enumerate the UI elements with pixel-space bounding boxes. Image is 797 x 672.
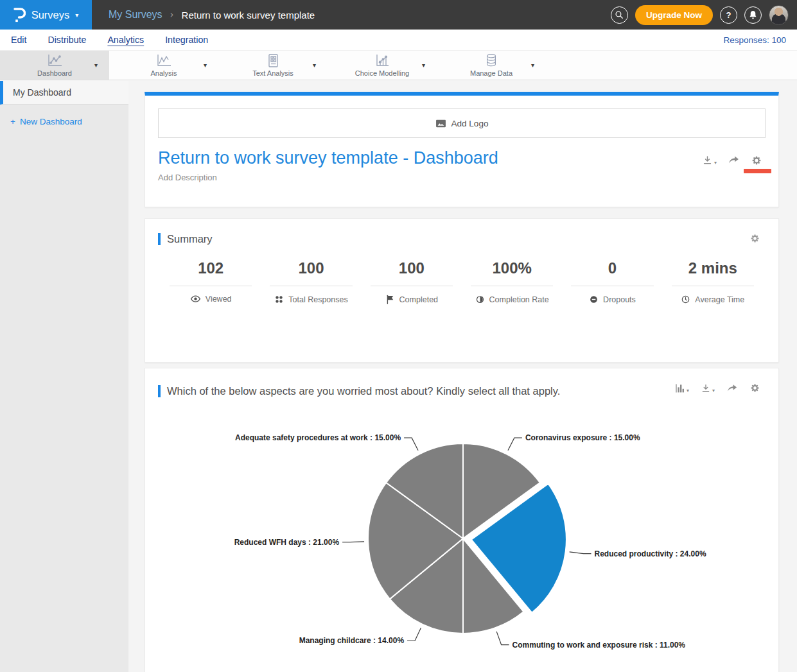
gear-icon: [749, 383, 760, 393]
tab-edit[interactable]: Edit: [11, 35, 26, 45]
share-icon: [726, 383, 738, 393]
minus-circle-icon: [589, 295, 599, 304]
download-chart-button[interactable]: ▾: [701, 383, 715, 393]
metric-value: 100: [362, 259, 462, 286]
notifications-button[interactable]: [744, 6, 762, 24]
tab-integration[interactable]: Integration: [165, 35, 208, 45]
toolbar-item-label: Manage Data: [470, 69, 512, 77]
chevron-down-icon[interactable]: ▾: [422, 62, 425, 69]
metric-average-time: 2 mins Average Time: [663, 259, 763, 304]
gear-icon: [751, 155, 762, 166]
metric-dropouts: 0 Dropouts: [562, 259, 662, 304]
summary-settings-button[interactable]: [749, 233, 760, 244]
metric-divider: [270, 286, 352, 286]
metric-viewed: 102 Viewed: [161, 259, 261, 304]
pie-callout-line: [508, 438, 522, 451]
chart-settings-button[interactable]: [749, 383, 760, 393]
chevron-down-icon: ▾: [714, 160, 717, 166]
breadcrumb-my-surveys[interactable]: My Surveys: [109, 9, 162, 21]
question-card-actions: ▾ ▾: [675, 383, 760, 393]
add-description-button[interactable]: Add Description: [158, 173, 766, 182]
database-icon: [484, 53, 498, 67]
toolbar-item-label: Dashboard: [37, 69, 72, 77]
metric-label: Completion Rate: [489, 295, 549, 304]
summary-actions: [749, 233, 760, 244]
bell-icon: [749, 10, 757, 19]
toolbar-item-text-analysis[interactable]: Text Analysis ▾: [218, 51, 328, 80]
product-menu[interactable]: Surveys ▾: [0, 0, 92, 30]
toolbar-item-label: Text Analysis: [252, 69, 293, 77]
tab-analytics[interactable]: Analytics: [107, 35, 144, 45]
chevron-down-icon: ▾: [712, 388, 715, 393]
metric-value: 100%: [462, 259, 562, 286]
pie-callout-line: [496, 632, 509, 645]
toolbar-item-choice-modelling[interactable]: Choice Modelling ▾: [328, 51, 437, 80]
sidebar-item-my-dashboard[interactable]: My Dashboard: [0, 81, 128, 105]
metric-divider: [170, 286, 252, 286]
pie-chart-svg: Coronavirus exposure : 15.00%Reduced pro…: [145, 408, 780, 669]
breadcrumb-separator: ›: [170, 9, 174, 21]
metric-label: Completed: [399, 295, 438, 304]
eye-icon: [190, 295, 201, 304]
completion-rate-icon: [475, 295, 485, 304]
metric-value: 2 mins: [663, 259, 763, 286]
metric-label: Total Responses: [288, 295, 347, 304]
top-navbar: Surveys ▾ My Surveys › Return to work su…: [0, 0, 797, 30]
tab-distribute[interactable]: Distribute: [48, 35, 86, 45]
share-chart-button[interactable]: [726, 383, 738, 393]
share-icon: [728, 155, 740, 166]
toolbar-item-analysis[interactable]: Analysis ▾: [109, 51, 218, 80]
dashboard-settings-button[interactable]: [751, 155, 762, 166]
metric-completed: 100 Completed: [362, 259, 462, 304]
settings-highlight-marker: [744, 169, 771, 173]
pie-slice-label: Reduced productivity : 24.00%: [595, 549, 706, 558]
question-chart-card: Which of the below aspects are you worri…: [145, 368, 779, 672]
chevron-down-icon[interactable]: ▾: [313, 62, 316, 69]
chevron-down-icon[interactable]: ▾: [204, 62, 207, 69]
metric-divider: [471, 286, 553, 286]
chevron-down-icon: ▾: [75, 12, 78, 19]
download-dashboard-button[interactable]: ▾: [702, 155, 717, 166]
new-dashboard-label: New Dashboard: [20, 117, 82, 126]
help-button[interactable]: ?: [720, 6, 737, 24]
pie-slice-label: Managing childcare : 14.00%: [299, 636, 405, 645]
toolbar-item-dashboard[interactable]: Dashboard ▾: [0, 51, 109, 80]
responses-count[interactable]: Responses: 100: [723, 35, 786, 45]
summary-card: Summary 102: [145, 218, 779, 363]
navbar-right-controls: Upgrade Now ?: [611, 5, 789, 25]
chevron-down-icon[interactable]: ▾: [94, 62, 98, 69]
metric-label: Viewed: [206, 295, 232, 304]
dots-grid-icon: [274, 295, 284, 304]
dashboard-sidebar: My Dashboard + New Dashboard: [0, 81, 128, 672]
metric-total-responses: 100 Total Responses: [261, 259, 361, 304]
choice-modelling-icon: [374, 54, 390, 67]
breadcrumb: My Surveys › Return to work survey templ…: [109, 9, 315, 21]
metric-completion-rate: 100% Completion Rate: [462, 259, 562, 304]
pie-callout-line: [342, 542, 364, 542]
metric-divider: [371, 286, 453, 286]
chart-type-button[interactable]: ▾: [675, 383, 689, 393]
user-avatar[interactable]: [769, 5, 789, 25]
search-button[interactable]: [611, 6, 628, 24]
sidebar-item-label: My Dashboard: [13, 87, 71, 98]
plus-icon: +: [10, 117, 15, 126]
breadcrumb-current-survey: Return to work survey template: [182, 10, 315, 21]
pie-slice-label: Adequate safety procedures at work : 15.…: [235, 433, 401, 442]
dashboard-header-actions: ▾: [702, 155, 762, 166]
dashboard-header-card: Add Logo Return to work survey template …: [145, 92, 779, 207]
share-dashboard-button[interactable]: [728, 155, 740, 166]
add-logo-label: Add Logo: [451, 119, 489, 128]
download-icon: [702, 155, 713, 166]
pie-slice-label: Coronavirus exposure : 15.00%: [525, 433, 640, 442]
product-menu-label: Surveys: [31, 9, 70, 21]
toolbar-item-manage-data[interactable]: Manage Data ▾: [437, 51, 546, 80]
chevron-down-icon[interactable]: ▾: [531, 62, 534, 69]
dashboard-chart-icon: [46, 54, 63, 67]
metric-divider: [571, 286, 653, 286]
upgrade-now-button[interactable]: Upgrade Now: [635, 5, 713, 25]
analysis-chart-icon: [155, 54, 172, 67]
metric-value: 0: [562, 259, 662, 286]
add-logo-button[interactable]: Add Logo: [158, 108, 766, 138]
new-dashboard-button[interactable]: + New Dashboard: [0, 105, 128, 139]
dashboard-title[interactable]: Return to work survey template - Dashboa…: [158, 148, 766, 168]
